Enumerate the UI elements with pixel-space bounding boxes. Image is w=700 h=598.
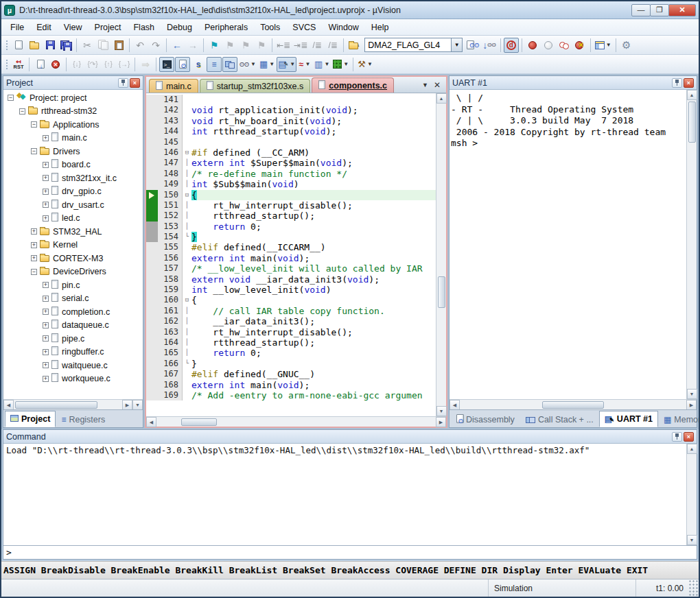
memory-windows-button[interactable]: ▦▼ (258, 57, 276, 72)
run-button[interactable]: ↓ (32, 57, 47, 72)
tree-item-rtthread-stm32[interactable]: −rtthread-stm32 (5, 105, 143, 119)
code-line-151[interactable]: 151│ rt_hw_interrupt_disable(); (146, 200, 436, 211)
expand-icon[interactable]: + (43, 135, 49, 141)
menu-item-window[interactable]: Window (322, 21, 364, 34)
editor-tab-main-c[interactable]: main.c (149, 79, 198, 93)
insert-breakpoint-button[interactable] (525, 38, 540, 53)
serial-windows-button[interactable]: ▤✎▼ (277, 57, 296, 72)
scroll-down-icon[interactable]: ▼ (436, 406, 447, 416)
code-line-148[interactable]: 148│/* re-define main function */ (146, 169, 436, 179)
menu-item-tools[interactable]: Tools (254, 21, 286, 34)
tree-item-completion-c[interactable]: +completion.c (5, 305, 143, 319)
collapse-icon[interactable]: − (31, 269, 37, 275)
scroll-up-icon[interactable]: ▲ (687, 444, 697, 454)
code-line-142[interactable]: 142void rt_application_init(void); (146, 105, 436, 115)
pin-icon[interactable] (672, 432, 682, 442)
open-folder-button[interactable] (27, 38, 42, 53)
toolbar-drag-handle[interactable] (5, 39, 8, 51)
scroll-left-icon[interactable]: ◀ (146, 417, 156, 427)
menu-item-svcs[interactable]: SVCS (286, 21, 322, 34)
collapse-icon[interactable]: − (19, 108, 25, 115)
stop-button[interactable]: ✕ (48, 57, 63, 72)
scroll-down-icon[interactable]: ▼ (687, 389, 697, 399)
tree-item-drivers[interactable]: −Drivers (5, 145, 143, 158)
tab-project[interactable]: Project (5, 411, 56, 427)
expand-icon[interactable]: + (43, 322, 49, 328)
uart-terminal[interactable]: \ | / - RT - Thread Operating System / |… (450, 90, 686, 399)
code-line-167[interactable]: 167#elif defined(__GNUC__) (146, 369, 436, 379)
scroll-right-icon[interactable]: ▶ (686, 400, 697, 410)
code-line-160[interactable]: 160⊟{ (146, 295, 436, 305)
code-line-156[interactable]: 156extern int main(void); (146, 253, 436, 263)
find-text-input[interactable] (364, 38, 451, 52)
fold-collapse-icon[interactable]: ⊟ (183, 190, 191, 200)
expand-icon[interactable]: + (43, 162, 49, 168)
scroll-thumb[interactable] (688, 101, 696, 143)
expand-icon[interactable]: + (43, 335, 49, 342)
code-line-168[interactable]: 168extern int main(void); (146, 380, 436, 390)
call-stack-window-button[interactable] (222, 57, 237, 72)
tree-item-applications[interactable]: −Applications (5, 118, 143, 132)
tree-item-waitqueue-c[interactable]: +waitqueue.c (5, 359, 143, 372)
close-icon[interactable]: × (684, 432, 694, 442)
tree-item-cortex-m3[interactable]: +CORTEX-M3 (5, 252, 143, 265)
expand-icon[interactable]: + (43, 215, 49, 222)
dropdown-arrow-icon[interactable]: ▼ (606, 42, 611, 48)
expand-icon[interactable]: + (31, 228, 37, 235)
find-in-files-button[interactable]: ʘʘ (465, 38, 480, 53)
scroll-extra-icon[interactable]: ▼ (132, 400, 143, 410)
dropdown-arrow-icon[interactable]: ▼ (290, 61, 295, 67)
code-line-162[interactable]: 162│ __iar_data_init3(); (146, 316, 436, 326)
tab-memory-1[interactable]: ▦Memory 1 (658, 412, 700, 427)
code-line-161[interactable]: 161│ // call IAR table copy function. (146, 306, 436, 316)
dropdown-arrow-icon[interactable]: ▼ (250, 61, 256, 67)
find-in-files-dialog-button[interactable]: ✎ (347, 38, 362, 53)
code-line-163[interactable]: 163│ rt_hw_interrupt_disable(); (146, 327, 436, 337)
dropdown-arrow-icon[interactable]: ▼ (343, 61, 349, 67)
dropdown-arrow-icon[interactable]: ▼ (305, 61, 310, 67)
tree-item-kernel[interactable]: +Kernel (5, 239, 143, 252)
tree-item-pin-c[interactable]: +pin.c (5, 278, 143, 292)
tree-item-stm32-hal[interactable]: +STM32_HAL (5, 225, 143, 239)
expand-icon[interactable]: + (43, 349, 49, 355)
code-editor[interactable]: 141142void rt_application_init(void);143… (146, 93, 436, 416)
menu-item-edit[interactable]: Edit (30, 21, 58, 34)
analysis-windows-button[interactable]: ≈▼ (297, 57, 312, 72)
command-window-button[interactable]: >_ (159, 57, 174, 72)
command-vertical-scrollbar[interactable]: ▲ ▼ (686, 444, 697, 545)
expand-icon[interactable]: + (43, 282, 49, 288)
scroll-thumb[interactable] (542, 401, 604, 409)
enable-disable-breakpoint-button[interactable] (541, 38, 556, 53)
tab-call-stack[interactable]: Call Stack + ... (520, 412, 599, 427)
code-line-159[interactable]: 159int __low_level_init(void) (146, 285, 436, 295)
tree-item-pipe-c[interactable]: +pipe.c (5, 332, 143, 346)
expand-icon[interactable]: + (43, 362, 49, 368)
code-line-145[interactable]: 145 (146, 137, 436, 147)
editor-horizontal-scrollbar[interactable]: ◀ ▶ (146, 416, 446, 427)
scroll-up-icon[interactable]: ▲ (687, 90, 697, 100)
editor-tab-startup-stm32f103xe-s[interactable]: startup_stm32f103xe.s (200, 79, 310, 93)
expand-icon[interactable]: + (31, 255, 37, 261)
start-stop-debug-button[interactable]: d (504, 38, 519, 53)
command-input-line[interactable]: > (3, 545, 697, 559)
scroll-up-icon[interactable]: ▲ (436, 93, 447, 104)
incremental-find-button[interactable]: ↓ʘʘ (481, 38, 497, 53)
menu-item-help[interactable]: Help (365, 21, 395, 34)
dropdown-arrow-icon[interactable]: ▼ (367, 61, 373, 67)
code-line-143[interactable]: 143void rt_hw_board_init(void); (146, 116, 436, 126)
scroll-thumb[interactable] (438, 276, 445, 308)
editor-vertical-scrollbar[interactable]: ▲ ▼ (436, 93, 446, 416)
tree-item-project-project[interactable]: −Project: project (5, 91, 143, 105)
tree-item-devicedrivers[interactable]: −DeviceDrivers (5, 265, 143, 279)
expand-icon[interactable]: + (43, 376, 49, 382)
code-line-147[interactable]: 147│extern int $Super$$main(void); (146, 158, 436, 168)
navigate-back-button[interactable]: ← (170, 38, 185, 53)
project-horizontal-scrollbar[interactable]: ◀ ▶ ▼ (3, 399, 143, 409)
symbols-window-button[interactable]: s (191, 57, 206, 72)
code-line-165[interactable]: 165│ return 0; (146, 348, 436, 358)
expand-icon[interactable]: + (43, 175, 49, 181)
code-line-169[interactable]: 169/* Add -eentry to arm-none-eabi-gcc a… (146, 390, 436, 400)
code-line-154[interactable]: 154└} (146, 232, 436, 242)
resize-grip[interactable] (689, 579, 699, 597)
tree-item-stm32f1xx-it-c[interactable]: +stm32f1xx_it.c (5, 171, 143, 185)
